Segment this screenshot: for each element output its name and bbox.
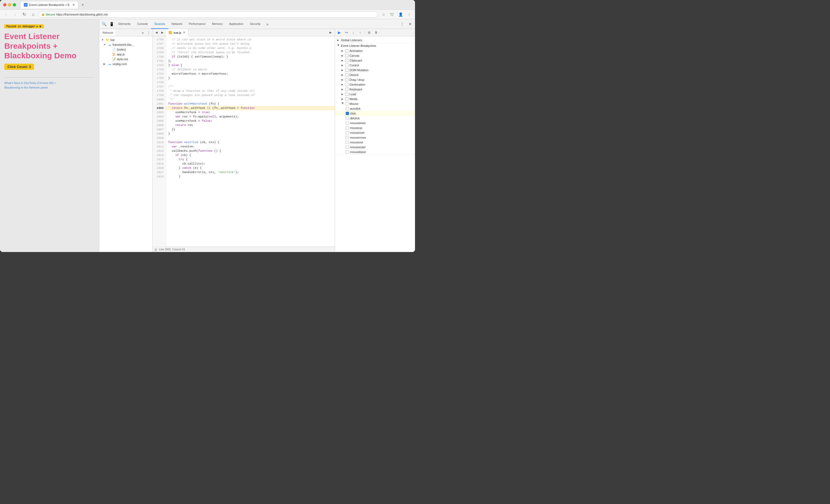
editor-nav-prev[interactable]: ◀ xyxy=(154,30,159,35)
bp-item-mouse[interactable]: ▶ Mouse xyxy=(335,101,415,106)
editor-tab-close[interactable]: ✕ xyxy=(183,31,185,34)
browser-tab-active[interactable]: E Event Listener Breakpoints + E ✕ xyxy=(20,1,78,8)
tab-security[interactable]: Security xyxy=(247,19,264,29)
tab-close-button[interactable]: ✕ xyxy=(72,3,75,7)
bp-item-control[interactable]: ▶ Control xyxy=(335,63,415,68)
user-icon[interactable]: 👤 xyxy=(397,11,404,18)
tab-sources[interactable]: Sources xyxy=(151,19,168,29)
debugger-stepinto-btn[interactable]: ↓ xyxy=(350,29,356,36)
close-button[interactable] xyxy=(3,3,6,6)
click-count-button[interactable]: Click Count: 3 xyxy=(4,64,34,70)
bp-item-geolocation[interactable]: ▶ Geolocation xyxy=(335,82,415,87)
devtools-link[interactable]: What's New In DevTools (Chrome 66) > xyxy=(4,81,95,85)
editor-nav-next[interactable]: ▶ xyxy=(160,30,165,35)
bp-item-mousedown[interactable]: mousedown xyxy=(335,121,415,125)
tree-item-index[interactable]: 📄 (index) xyxy=(99,47,152,52)
forward-button[interactable]: › xyxy=(11,11,19,18)
bp-item-canvas[interactable]: ▶ Canvas xyxy=(335,53,415,58)
tab-application[interactable]: Application xyxy=(226,19,247,29)
bp-item-mouseout[interactable]: mouseout xyxy=(335,140,415,145)
tab-network[interactable]: Network xyxy=(168,19,186,29)
tab-performance[interactable]: Performance xyxy=(186,19,209,29)
tab-memory[interactable]: Memory xyxy=(209,19,226,29)
bp-item-mouseenter[interactable]: mouseenter xyxy=(335,145,415,150)
bp-cb-mousemove[interactable] xyxy=(346,136,349,139)
bp-cb-animation[interactable] xyxy=(345,49,348,53)
bp-cb-mouseout[interactable] xyxy=(346,141,349,144)
maximize-button[interactable] xyxy=(13,3,16,6)
bp-cb-clipboard[interactable] xyxy=(345,59,348,62)
bp-cb-device[interactable] xyxy=(345,73,348,76)
home-button[interactable]: ⌂ xyxy=(29,11,37,18)
code-content[interactable]: 1786 1787 1788 1789 1790 1791 1792 1793 … xyxy=(153,36,335,247)
tree-item-appjs[interactable]: 📜 app.js xyxy=(99,52,152,57)
bp-cb-mousedown[interactable] xyxy=(346,122,349,125)
bp-item-auxclick[interactable]: auxclick xyxy=(335,106,415,111)
bp-item-mouseover[interactable]: mouseover xyxy=(335,130,415,135)
debugger-pause-btn[interactable]: ⏸ xyxy=(373,29,379,36)
tab-elements[interactable]: Elements xyxy=(115,19,134,29)
event-listener-bp-header[interactable]: ▶ Event Listener Breakpoints xyxy=(335,43,415,49)
bp-item-media[interactable]: ▶ Media xyxy=(335,97,415,101)
bookmark-icon[interactable]: ☆ xyxy=(380,11,387,18)
bp-item-device[interactable]: ▶ Device xyxy=(335,72,415,77)
debugger-stepover-btn[interactable]: ↪ xyxy=(343,29,350,36)
bp-cb-control[interactable] xyxy=(345,64,348,67)
bp-item-dom-mutation[interactable]: ▶ DOM Mutation xyxy=(335,68,415,72)
tree-item-top[interactable]: ▼ 📁 top xyxy=(99,37,152,42)
cloud-icon-unpkg: ☁ xyxy=(108,62,111,66)
extension-icon[interactable]: 🛡 xyxy=(388,11,396,18)
bp-cb-mouseup[interactable] xyxy=(346,126,349,129)
debugger-resume-btn[interactable]: ▶ xyxy=(336,29,343,36)
devtools-tabs-more[interactable]: » xyxy=(264,20,271,28)
format-braces-icon[interactable]: {} xyxy=(155,248,157,251)
bp-item-drag-drop[interactable]: ▶ Drag / drop xyxy=(335,77,415,82)
address-bar[interactable]: 🔒 Secure https://framework-blackboxing.g… xyxy=(38,11,378,18)
bp-cb-mouseleave[interactable] xyxy=(346,150,349,154)
refresh-button[interactable]: ↻ xyxy=(20,11,28,18)
tree-item-unpkg[interactable]: ▶ ☁ unpkg.com xyxy=(99,62,152,66)
format-button[interactable]: ▶ xyxy=(327,29,334,36)
bp-item-load[interactable]: ▶ Load xyxy=(335,92,415,97)
bp-cb-mouseover[interactable] xyxy=(346,131,349,134)
blackboxing-link[interactable]: Blackboxing in the Network panel xyxy=(4,85,95,90)
bp-cb-drag-drop[interactable] xyxy=(345,78,348,81)
devtools-close-icon[interactable]: ✕ xyxy=(407,20,414,28)
bp-cb-mouse[interactable] xyxy=(345,102,348,105)
file-tree-tabs-more[interactable]: » xyxy=(140,31,146,35)
bp-item-click[interactable]: ✓ click xyxy=(335,111,415,116)
bp-item-mousemove[interactable]: mousemove xyxy=(335,135,415,140)
tab-console[interactable]: Console xyxy=(134,19,151,29)
global-listeners-header[interactable]: ▶ Global Listeners xyxy=(335,37,415,43)
back-button[interactable]: ‹ xyxy=(2,11,10,18)
devtools-inspect-icon[interactable]: 🔍 xyxy=(100,20,108,28)
bp-cb-canvas[interactable] xyxy=(345,54,348,57)
file-tree-menu-icon[interactable]: ⋮ xyxy=(146,30,151,35)
debugger-deactivate-btn[interactable]: ⊘ xyxy=(366,29,372,36)
debugger-stepout-btn[interactable]: ↑ xyxy=(357,29,363,36)
bp-cb-media[interactable] xyxy=(345,97,348,101)
tree-item-framework[interactable]: ▼ ☁ framework-bla... xyxy=(99,42,152,47)
menu-icon[interactable]: ⋮ xyxy=(405,11,413,18)
bp-cb-click[interactable]: ✓ xyxy=(346,112,349,115)
bp-item-clipboard[interactable]: ▶ Clipboard xyxy=(335,58,415,63)
bp-item-mouseleave[interactable]: mouseleave xyxy=(335,150,415,154)
bp-cb-load[interactable] xyxy=(345,93,348,96)
bp-cb-geolocation[interactable] xyxy=(345,83,348,86)
bp-item-keyboard[interactable]: ▶ Keyboard xyxy=(335,87,415,92)
bp-item-mouseup[interactable]: mouseup xyxy=(335,125,415,130)
new-tab-button[interactable]: + xyxy=(79,2,86,8)
minimize-button[interactable] xyxy=(8,3,11,6)
bp-cb-keyboard[interactable] xyxy=(345,88,348,91)
bp-item-dblclick[interactable]: dblclick xyxy=(335,116,415,121)
editor-tab-vuejs[interactable]: vue.js ✕ xyxy=(166,29,188,36)
bp-cb-auxclick[interactable] xyxy=(346,107,349,110)
bp-cb-dblclick[interactable] xyxy=(346,117,349,120)
bp-cb-dom-mutation[interactable] xyxy=(345,68,348,72)
file-tree-tab-network[interactable]: Network xyxy=(100,29,115,36)
bp-item-animation[interactable]: ▶ Animation xyxy=(335,49,415,53)
devtools-device-icon[interactable]: 📱 xyxy=(108,20,115,28)
tree-item-stylecss[interactable]: 📝 style.css xyxy=(99,57,152,62)
bp-cb-mouseenter[interactable] xyxy=(346,146,349,149)
devtools-settings-icon[interactable]: ⋮ xyxy=(398,20,406,28)
